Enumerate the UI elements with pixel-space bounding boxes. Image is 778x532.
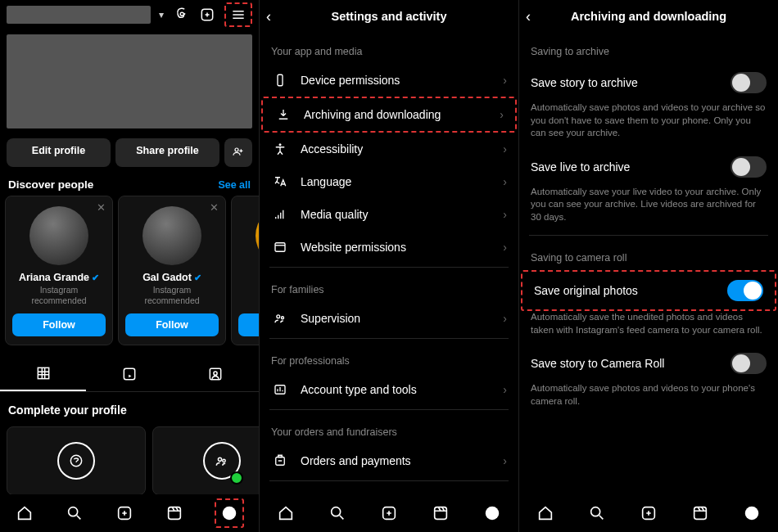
reels-icon[interactable] bbox=[431, 503, 450, 523]
chevron-right-icon: › bbox=[503, 312, 507, 325]
archiving-row-highlight: Archiving and downloading › bbox=[261, 97, 517, 133]
signal-icon bbox=[271, 207, 289, 222]
avatar bbox=[142, 206, 201, 265]
profile-icon[interactable] bbox=[482, 503, 502, 523]
svg-rect-13 bbox=[278, 74, 283, 86]
download-icon bbox=[274, 107, 292, 122]
complete-card[interactable] bbox=[7, 426, 146, 495]
svg-rect-15 bbox=[275, 243, 285, 252]
see-all-link[interactable]: See all bbox=[218, 179, 251, 191]
new-post-icon[interactable] bbox=[198, 6, 216, 24]
settings-row-account-type[interactable]: Account type and tools › bbox=[260, 373, 518, 406]
svg-point-20 bbox=[331, 507, 340, 516]
settings-row-orders[interactable]: Orders and payments › bbox=[260, 444, 518, 477]
section-header: Your orders and fundraisers bbox=[260, 413, 518, 444]
reels-icon[interactable] bbox=[690, 503, 710, 523]
settings-row-archiving[interactable]: Archiving and downloading › bbox=[263, 98, 515, 131]
bottom-nav bbox=[0, 494, 259, 532]
discover-people-title: Discover people bbox=[8, 178, 93, 191]
svg-rect-2 bbox=[38, 368, 48, 379]
settings-row-language[interactable]: Language › bbox=[260, 165, 518, 198]
device-icon bbox=[271, 73, 289, 88]
toggle-save-story-archive[interactable] bbox=[731, 72, 767, 93]
settings-row-supervision[interactable]: Supervision › bbox=[260, 302, 518, 335]
svg-point-1 bbox=[235, 148, 238, 151]
grid-tab[interactable] bbox=[0, 357, 86, 391]
section-header: For families bbox=[260, 271, 518, 302]
menu-icon[interactable] bbox=[229, 6, 247, 24]
svg-point-17 bbox=[282, 317, 284, 319]
close-icon[interactable]: ✕ bbox=[97, 201, 106, 214]
new-post-icon[interactable] bbox=[379, 503, 399, 523]
profile-nav-highlight bbox=[215, 498, 244, 528]
supervision-icon bbox=[271, 311, 289, 326]
toggle-save-original-photos[interactable] bbox=[727, 280, 763, 301]
new-post-icon[interactable] bbox=[639, 503, 658, 523]
toggle-row-save-original: Save original photos bbox=[522, 272, 775, 309]
profile-icon[interactable] bbox=[742, 503, 762, 523]
svg-point-6 bbox=[70, 456, 81, 467]
card-name: Ariana Grande bbox=[19, 272, 89, 283]
section-header: Saving to archive bbox=[519, 33, 778, 64]
new-post-icon[interactable] bbox=[115, 503, 134, 523]
section-header: Your app and media bbox=[260, 33, 518, 64]
complete-card[interactable] bbox=[152, 426, 259, 495]
svg-point-23 bbox=[486, 507, 500, 521]
settings-row-media-quality[interactable]: Media quality › bbox=[260, 198, 518, 231]
check-badge-icon bbox=[230, 471, 243, 485]
toggle-row-save-story-camera-roll: Save story to Camera Roll bbox=[519, 345, 778, 382]
reels-icon[interactable] bbox=[165, 503, 184, 523]
profile-icon[interactable] bbox=[219, 503, 239, 523]
share-profile-button[interactable]: Share profile bbox=[115, 138, 219, 167]
accessibility-icon bbox=[271, 142, 289, 156]
svg-point-24 bbox=[590, 507, 599, 516]
back-icon[interactable]: ‹ bbox=[266, 8, 271, 25]
suggested-user-card[interactable]: ✕ Gal Gadot✔ Instagramrecommended Follow bbox=[118, 196, 226, 345]
search-icon[interactable] bbox=[587, 503, 607, 523]
toggle-save-live-archive[interactable] bbox=[731, 156, 767, 178]
suggested-user-card[interactable]: ✕ Ariana Grande✔ Instagramrecommended Fo… bbox=[5, 196, 113, 345]
toggle-desc: Automatically save your live video to yo… bbox=[519, 186, 778, 232]
search-icon[interactable] bbox=[328, 503, 347, 523]
svg-point-14 bbox=[279, 143, 282, 146]
hamburger-menu-highlight bbox=[224, 2, 252, 27]
discover-people-button[interactable] bbox=[224, 138, 252, 167]
follow-button[interactable]: Follow bbox=[125, 313, 219, 336]
settings-row-device-permissions[interactable]: Device permissions › bbox=[260, 64, 518, 97]
toggle-desc: Automatically save photos and videos to … bbox=[519, 101, 778, 148]
settings-pane: ‹ Settings and activity Your app and med… bbox=[260, 0, 519, 532]
back-icon[interactable]: ‹ bbox=[526, 8, 531, 25]
home-icon[interactable] bbox=[536, 503, 555, 523]
archiving-pane: ‹ Archiving and downloading Saving to ar… bbox=[519, 0, 778, 532]
threads-icon[interactable] bbox=[172, 6, 190, 24]
browser-icon bbox=[271, 240, 289, 255]
follow-button[interactable]: F bbox=[238, 313, 259, 336]
svg-rect-22 bbox=[435, 507, 447, 520]
chevron-right-icon: › bbox=[503, 142, 507, 156]
edit-profile-button[interactable]: Edit profile bbox=[7, 138, 111, 167]
chevron-down-icon[interactable]: ▾ bbox=[159, 9, 164, 20]
svg-rect-4 bbox=[210, 369, 221, 380]
svg-point-7 bbox=[218, 458, 221, 461]
settings-row-accessibility[interactable]: Accessibility › bbox=[260, 133, 518, 165]
username-redacted bbox=[7, 6, 151, 24]
close-icon[interactable]: ✕ bbox=[210, 201, 219, 214]
tagged-tab[interactable] bbox=[173, 357, 259, 391]
settings-row-website-permissions[interactable]: Website permissions › bbox=[260, 231, 518, 264]
toggle-desc: Automatically save the unedited photos a… bbox=[519, 311, 778, 345]
svg-rect-3 bbox=[124, 369, 134, 380]
home-icon[interactable] bbox=[276, 503, 296, 523]
bottom-nav bbox=[519, 494, 778, 532]
follow-button[interactable]: Follow bbox=[12, 313, 106, 336]
toggle-row-save-story-archive: Save story to archive bbox=[519, 64, 778, 101]
toggle-save-story-camera-roll[interactable] bbox=[731, 353, 767, 374]
chevron-right-icon: › bbox=[503, 74, 507, 87]
chevron-right-icon: › bbox=[503, 454, 507, 467]
search-icon[interactable] bbox=[65, 503, 84, 523]
home-icon[interactable] bbox=[15, 503, 34, 523]
suggested-user-card[interactable]: Rick Instarecomm F bbox=[231, 196, 259, 345]
chevron-right-icon: › bbox=[503, 208, 507, 221]
reels-tab[interactable] bbox=[86, 357, 172, 391]
svg-point-12 bbox=[222, 507, 236, 521]
chevron-right-icon: › bbox=[503, 241, 507, 254]
